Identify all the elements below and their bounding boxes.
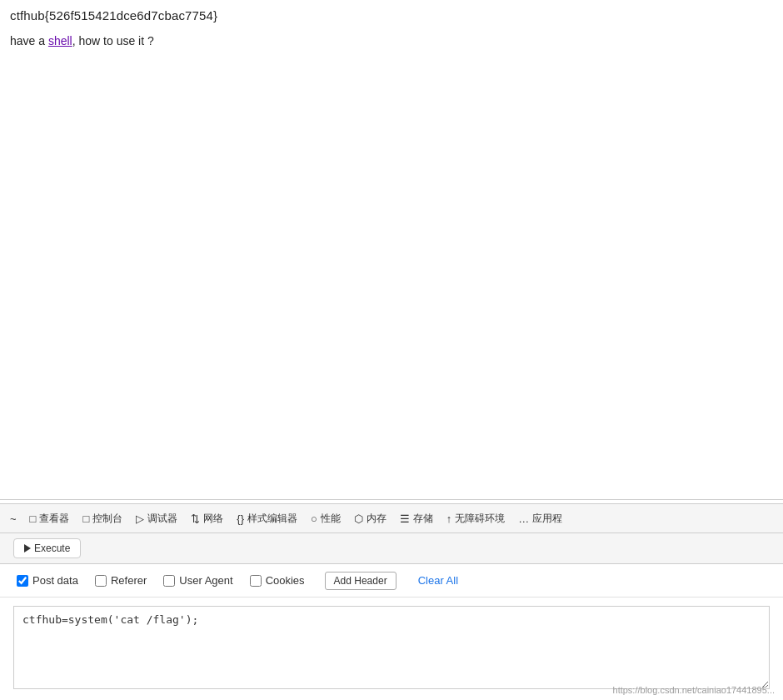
flag-text: ctfhub{526f515421dce6d7cbac7754} [10,8,217,22]
shell-link[interactable]: shell [48,34,72,48]
clear-all-button[interactable]: Clear All [413,572,463,589]
cookies-label: Cookies [266,574,305,587]
user-agent-label: User Agent [179,574,232,587]
storage-label: 存储 [413,512,433,526]
devtools-storage[interactable]: ☰ 存储 [393,508,440,529]
user-agent-checkbox[interactable] [163,575,175,587]
add-header-label: Add Header [334,575,387,587]
network-icon: ⇅ [191,513,200,524]
inspector-label: 查看器 [39,512,69,526]
bottom-panel: ~ □ 查看器 □ 控制台 ▷ 调试器 ⇅ 网络 {} 样式编辑器 ○ 性能 ⬡… [0,503,783,700]
referer-option[interactable]: Referer [95,574,147,587]
style-editor-icon: {} [237,513,244,524]
squiggle-icon: ~ [10,513,17,524]
memory-label: 内存 [367,512,387,526]
devtools-performance[interactable]: ○ 性能 [304,508,347,529]
performance-icon: ○ [311,513,317,524]
memory-icon: ⬡ [354,513,363,524]
execute-button[interactable]: Execute [13,538,81,558]
request-body-input[interactable] [13,606,770,689]
watermark: https://blog.csdn.net/cainiao17441895... [613,685,775,695]
post-data-checkbox[interactable] [17,575,28,587]
devtools-memory[interactable]: ⬡ 内存 [347,508,393,529]
devtools-console[interactable]: □ 控制台 [76,508,129,529]
style-editor-label: 样式编辑器 [247,512,297,526]
apps-label: 应用程 [532,512,562,526]
apps-icon: … [518,513,529,524]
execute-label: Execute [34,542,70,554]
description: have a shell, how to use it ? [10,34,773,48]
debugger-label: 调试器 [147,512,177,526]
debugger-icon: ▷ [136,513,144,524]
console-label: 控制台 [92,512,122,526]
devtools-extra-icon[interactable]: ~ [3,510,23,528]
execute-row: Execute [0,533,783,564]
storage-icon: ☰ [400,513,410,524]
console-icon: □ [82,513,89,524]
devtools-apps[interactable]: … 应用程 [511,508,569,529]
clear-all-label: Clear All [418,574,458,587]
performance-label: 性能 [321,512,341,526]
network-label: 网络 [203,512,223,526]
cookies-checkbox[interactable] [250,575,262,587]
inspector-icon: □ [30,513,37,524]
play-icon [24,544,31,552]
post-data-option[interactable]: Post data [17,574,78,587]
devtools-network[interactable]: ⇅ 网络 [184,508,230,529]
referer-label: Referer [111,574,147,587]
accessibility-icon: ↑ [446,513,452,524]
desc-post: , how to use it ? [72,34,154,48]
cookies-option[interactable]: Cookies [250,574,305,587]
watermark-text: https://blog.csdn.net/cainiao17441895... [613,685,775,695]
post-data-label: Post data [32,574,78,587]
devtools-accessibility[interactable]: ↑ 无障碍环境 [440,508,512,529]
referer-checkbox[interactable] [95,575,107,587]
request-body-container: https://blog.csdn.net/cainiao17441895... [0,598,783,700]
devtools-debugger[interactable]: ▷ 调试器 [129,508,184,529]
devtools-style-editor[interactable]: {} 样式编辑器 [230,508,304,529]
devtools-inspector[interactable]: □ 查看器 [23,508,77,529]
user-agent-option[interactable]: User Agent [163,574,232,587]
desc-pre: have a [10,34,48,48]
options-bar: Post data Referer User Agent Cookies Add… [0,564,783,598]
flag-display: ctfhub{526f515421dce6d7cbac7754} [10,8,773,22]
accessibility-label: 无障碍环境 [455,512,505,526]
main-content: ctfhub{526f515421dce6d7cbac7754} have a … [0,0,783,500]
devtools-toolbar: ~ □ 查看器 □ 控制台 ▷ 调试器 ⇅ 网络 {} 样式编辑器 ○ 性能 ⬡… [0,503,783,533]
add-header-button[interactable]: Add Header [325,572,396,590]
